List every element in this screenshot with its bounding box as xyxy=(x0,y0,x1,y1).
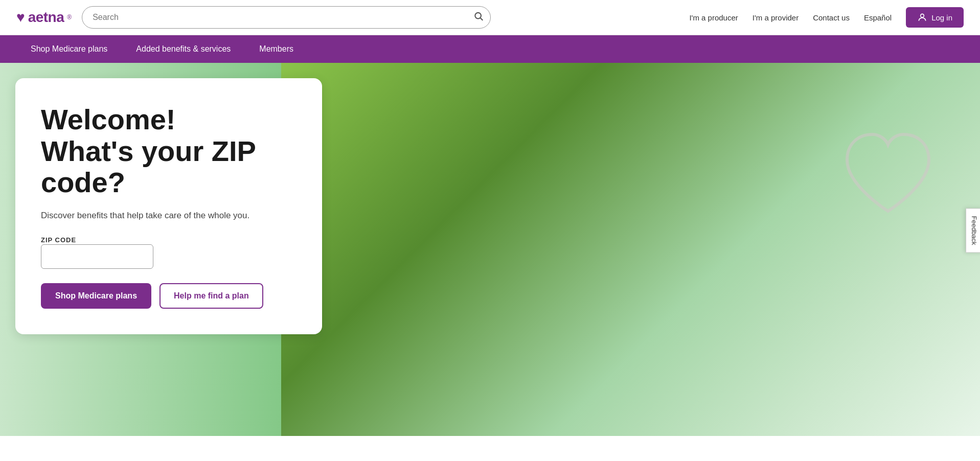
hero-subtitle: Discover benefits that help take care of… xyxy=(41,211,297,221)
svg-point-0 xyxy=(475,13,481,19)
hero-people xyxy=(281,63,980,436)
svg-line-1 xyxy=(481,18,483,20)
hero-title: Welcome! What's your ZIP code? xyxy=(41,104,297,198)
logo-heart-icon: ♥ xyxy=(16,9,25,26)
nav-provider-link[interactable]: I'm a provider xyxy=(753,13,799,22)
shop-medicare-button[interactable]: Shop Medicare plans xyxy=(41,283,151,309)
feedback-tab[interactable]: Feedback xyxy=(966,208,980,252)
search-icon xyxy=(473,11,484,21)
zip-code-input[interactable] xyxy=(41,244,153,269)
nav-espanol-link[interactable]: Español xyxy=(864,13,892,22)
logo-text: aetna xyxy=(28,9,64,26)
hero-photo-area xyxy=(281,63,980,436)
feedback-label: Feedback xyxy=(970,216,978,245)
top-nav: I'm a producer I'm a provider Contact us… xyxy=(689,7,964,28)
nav-producer-link[interactable]: I'm a producer xyxy=(689,13,738,22)
search-button[interactable] xyxy=(473,11,484,24)
logo[interactable]: ♥ aetna® xyxy=(16,9,72,26)
cta-buttons: Shop Medicare plans Help me find a plan xyxy=(41,283,297,309)
zip-code-label: ZIP CODE xyxy=(41,236,76,244)
top-bar: ♥ aetna® I'm a producer I'm a provider C… xyxy=(0,0,980,35)
svg-point-2 xyxy=(921,14,924,17)
nav-added-benefits[interactable]: Added benefits & services xyxy=(122,35,245,63)
heart-outline-decoration xyxy=(837,124,939,226)
login-label: Log in xyxy=(931,13,952,22)
logo-registered: ® xyxy=(67,14,72,21)
nav-bar: Shop Medicare plans Added benefits & ser… xyxy=(0,35,980,63)
user-icon xyxy=(917,12,927,22)
nav-shop-medicare[interactable]: Shop Medicare plans xyxy=(16,35,122,63)
help-find-plan-button[interactable]: Help me find a plan xyxy=(159,283,263,309)
hero-section: Welcome! What's your ZIP code? Discover … xyxy=(0,63,980,436)
nav-members[interactable]: Members xyxy=(245,35,308,63)
nav-contact-link[interactable]: Contact us xyxy=(813,13,850,22)
search-bar xyxy=(82,6,491,29)
search-input[interactable] xyxy=(82,6,491,29)
login-button[interactable]: Log in xyxy=(906,7,964,28)
hero-card: Welcome! What's your ZIP code? Discover … xyxy=(15,78,322,334)
